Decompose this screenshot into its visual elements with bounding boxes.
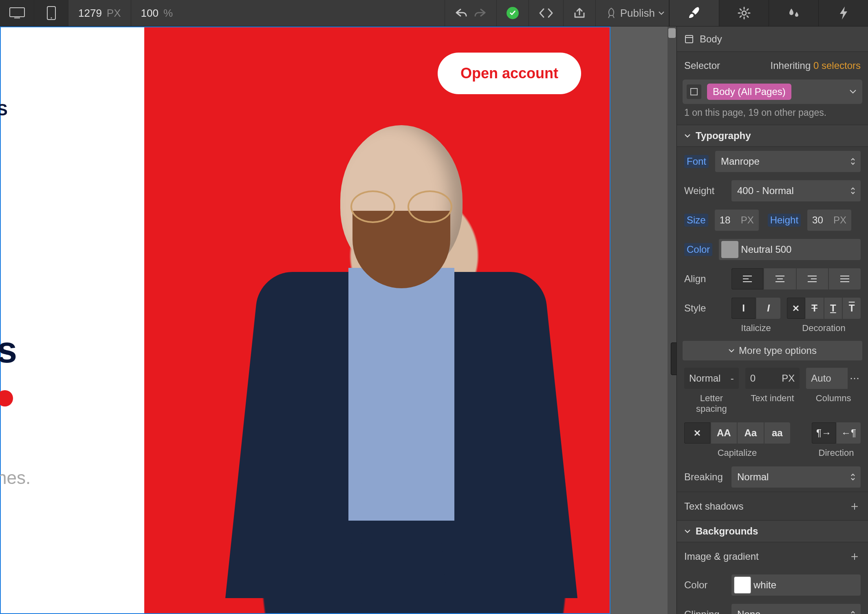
size-input[interactable]: 18 PX <box>715 210 759 231</box>
decoration-overline-button[interactable]: T <box>843 298 861 319</box>
italic-off-button[interactable]: I <box>731 298 756 319</box>
plus-icon[interactable]: ＋ <box>848 498 861 515</box>
breakpoint-mobile-button[interactable] <box>34 0 68 26</box>
canvas-area[interactable]: S s nes. Open account <box>0 27 676 614</box>
font-select[interactable]: Manrope <box>715 151 861 172</box>
bolt-icon <box>838 6 849 20</box>
canvas-body[interactable]: S s nes. Open account <box>0 27 610 614</box>
bg-color-input[interactable]: white <box>731 574 861 596</box>
selector-label: Selector <box>684 60 720 71</box>
status-ok-icon <box>507 7 519 19</box>
capitalize-none-button[interactable] <box>684 422 710 444</box>
text-color-input[interactable]: Neutral 500 <box>719 239 861 260</box>
italic-icon: I <box>767 303 770 314</box>
breadcrumb[interactable]: Body <box>677 27 868 52</box>
text-indent-group: 0 PX Text indent <box>745 368 800 414</box>
align-row: Align <box>677 264 868 294</box>
chevron-down-icon <box>684 529 691 534</box>
export-icon <box>573 7 586 19</box>
svg-rect-1 <box>14 18 20 18</box>
panel-tabs <box>669 0 868 26</box>
plus-icon[interactable]: ＋ <box>848 548 861 565</box>
decoration-underline-button[interactable]: T <box>824 298 842 319</box>
breaking-select[interactable]: Normal <box>731 466 861 488</box>
font-row: Font Manrope <box>677 147 868 176</box>
titlecase-button[interactable]: Aa <box>738 422 764 444</box>
strikethrough-icon: T <box>811 303 817 314</box>
align-justify-button[interactable] <box>829 268 861 289</box>
decoration-strike-button[interactable]: T <box>806 298 824 319</box>
direction-rtl-button[interactable]: ←¶ <box>837 422 861 444</box>
letter-spacing-input[interactable]: Normal - <box>684 368 739 389</box>
lowercase-button[interactable]: aa <box>764 422 791 444</box>
selector-input[interactable]: Body (All Pages) <box>683 80 862 104</box>
bg-color-value: white <box>753 579 776 591</box>
undo-icon[interactable] <box>455 8 467 18</box>
size-label: Size <box>684 214 708 227</box>
size-height-row: Size 18 PX Height 30 PX <box>677 205 868 235</box>
breakpoint-desktop-button[interactable] <box>0 0 34 26</box>
decoration-segmented: T T T <box>787 298 861 319</box>
chevron-down-icon <box>658 11 665 15</box>
selector-header: Selector Inheriting 0 selectors <box>677 52 868 77</box>
redo-icon[interactable] <box>474 8 487 18</box>
decoration-none-button[interactable] <box>787 298 805 319</box>
image-gradient-row[interactable]: Image & gradient ＋ <box>677 542 868 570</box>
uppercase-button[interactable]: AA <box>711 422 737 444</box>
regular-icon: I <box>742 303 745 314</box>
top-toolbar: 1279 PX 100 % Publish <box>0 0 868 27</box>
section-backgrounds-header[interactable]: Backgrounds <box>677 520 868 542</box>
text-indent-input[interactable]: 0 PX <box>745 368 800 389</box>
clipping-label: Clipping <box>684 609 725 614</box>
partial-caption: nes. <box>0 468 31 488</box>
height-input[interactable]: 30 PX <box>807 210 851 231</box>
zoom-display[interactable]: 100 % <box>131 0 183 26</box>
publish-button[interactable]: Publish <box>596 0 669 26</box>
text-style-row: Style I I T T T <box>677 294 868 323</box>
section-typography-header[interactable]: Typography <box>677 125 868 147</box>
selector-state-icon[interactable] <box>687 84 701 99</box>
status-button[interactable] <box>497 0 529 26</box>
chevron-down-icon <box>728 348 735 353</box>
adv-type-row: Normal - Letter spacing 0 PX Text indent… <box>677 364 868 418</box>
weight-select[interactable]: 400 - Normal <box>731 180 861 201</box>
select-caret-icon <box>850 610 856 614</box>
scrollbar-thumb[interactable] <box>668 28 676 38</box>
open-account-label: Open account <box>460 65 558 82</box>
height-unit: PX <box>833 214 846 226</box>
publish-label: Publish <box>620 7 655 20</box>
more-dots-icon[interactable]: ⋯ <box>848 368 861 389</box>
clipping-select[interactable]: None <box>731 604 861 614</box>
partial-text-1: S <box>0 101 8 119</box>
canvas-scrollbar[interactable] <box>668 27 676 614</box>
text-indent-unit: PX <box>782 373 795 384</box>
panel-tab-style[interactable] <box>669 0 719 26</box>
canvas-width-value: 1279 <box>78 7 102 20</box>
x-icon <box>792 304 800 312</box>
panel-tab-interactions[interactable] <box>769 0 818 26</box>
code-button[interactable] <box>529 0 564 26</box>
direction-ltr-button[interactable]: ¶→ <box>812 422 836 444</box>
more-type-options-button[interactable]: More type options <box>683 341 862 360</box>
section-backgrounds-label: Backgrounds <box>696 526 758 537</box>
direction-caption: Direction <box>812 448 861 458</box>
canvas-width-display[interactable]: 1279 PX <box>68 0 131 26</box>
clipping-row: Clipping None <box>677 600 868 614</box>
italic-on-button[interactable]: I <box>756 298 780 319</box>
chevron-down-icon[interactable] <box>849 89 857 94</box>
inheriting-group[interactable]: Inheriting 0 selectors <box>771 60 861 71</box>
align-right-button[interactable] <box>797 268 828 289</box>
bg-color-label: Color <box>684 579 725 591</box>
align-center-button[interactable] <box>764 268 796 289</box>
open-account-button[interactable]: Open account <box>438 53 581 94</box>
svg-point-3 <box>51 17 52 18</box>
text-shadows-row[interactable]: Text shadows ＋ <box>677 492 868 520</box>
size-value: 18 <box>720 214 731 226</box>
panel-tab-effects[interactable] <box>818 0 868 26</box>
columns-input[interactable]: Auto ⋯ <box>806 368 861 389</box>
panel-tab-settings[interactable] <box>719 0 769 26</box>
align-left-button[interactable] <box>731 268 763 289</box>
selector-tag[interactable]: Body (All Pages) <box>707 84 791 100</box>
inheriting-label: Inheriting <box>771 60 811 71</box>
export-button[interactable] <box>564 0 596 26</box>
